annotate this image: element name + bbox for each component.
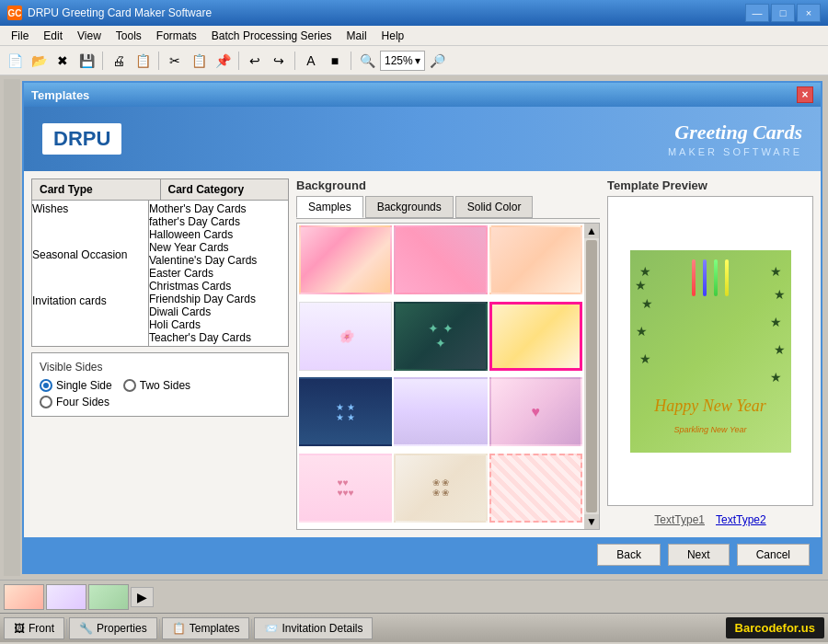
type-invitation[interactable]: Invitation cards: [32, 294, 148, 340]
vs-single[interactable]: Single Side: [40, 379, 112, 392]
title-bar-left: GC DRPU Greeting Card Maker Software: [7, 6, 212, 20]
bg-thumb-9[interactable]: ♥: [489, 377, 582, 446]
radio-four[interactable]: [40, 396, 52, 408]
cat-valentine[interactable]: Valentine's Day Cards: [149, 254, 288, 267]
back-button[interactable]: Back: [597, 544, 661, 566]
bg-thumb-3[interactable]: [489, 225, 582, 294]
next-button[interactable]: Next: [668, 544, 730, 566]
front-icon: 🖼: [14, 622, 25, 635]
maximize-button[interactable]: □: [771, 4, 795, 22]
tab-backgrounds[interactable]: Backgrounds: [365, 196, 454, 218]
bg-thumb-6[interactable]: [489, 302, 582, 371]
bg-scroll-up[interactable]: ▲: [584, 224, 599, 238]
thumb-mini-3[interactable]: [88, 584, 129, 610]
toolbar-save[interactable]: 💾: [75, 50, 98, 72]
toolbar-undo[interactable]: ↩: [244, 50, 266, 72]
thumb-5-text: ✦ ✦✦: [428, 321, 454, 351]
zoom-value: 125%: [385, 54, 413, 67]
bg-thumb-8[interactable]: [394, 377, 487, 446]
text-type-2[interactable]: TextType2: [716, 513, 766, 526]
dialog-header: DRPU Greeting Cards MAKER SOFTWARE: [24, 107, 821, 171]
type-wishes[interactable]: Wishes: [32, 202, 148, 248]
thumb-7-text: ★ ★★ ★: [336, 402, 355, 422]
properties-icon: 🔧: [79, 622, 93, 635]
toolbar-text[interactable]: A: [300, 50, 322, 72]
dialog-footer: Back Next Cancel: [24, 537, 821, 572]
zoom-box[interactable]: 125% ▾: [380, 51, 425, 71]
zoom-dropdown-icon[interactable]: ▾: [415, 54, 420, 67]
toolbar-cut[interactable]: ✂: [164, 50, 186, 72]
drpu-logo: DRPU: [42, 123, 121, 155]
vs-two[interactable]: Two Sides: [123, 379, 190, 392]
toolbar-copy[interactable]: 📋: [188, 50, 210, 72]
toolbar-print[interactable]: 🖨: [108, 50, 130, 72]
ribbon-4: [725, 259, 729, 296]
bg-thumb-10[interactable]: ♥♥♥♥♥: [299, 454, 392, 523]
dialog-close-button[interactable]: ×: [797, 86, 813, 103]
cat-friendship[interactable]: Friendship Day Cards: [149, 293, 288, 305]
cat-teachers[interactable]: Teacher's Day Cards: [149, 331, 288, 344]
bg-thumb-4[interactable]: 🌸: [299, 302, 392, 371]
thumb-mini-1[interactable]: [4, 584, 44, 610]
thumb-nav-right[interactable]: ▶: [131, 587, 154, 607]
cat-easter[interactable]: Easter Cards: [149, 267, 288, 280]
radio-two[interactable]: [123, 379, 136, 392]
cat-holi[interactable]: Holi Cards: [149, 318, 288, 331]
minimize-button[interactable]: —: [745, 4, 769, 22]
vs-four[interactable]: Four Sides: [40, 396, 109, 408]
text-type-1[interactable]: TextType1: [654, 513, 705, 526]
ribbon-1: [692, 259, 696, 296]
radio-single[interactable]: [40, 379, 52, 392]
menu-tools[interactable]: Tools: [109, 28, 149, 44]
menu-batch[interactable]: Batch Processing Series: [204, 28, 339, 44]
task-sep-3: [251, 619, 252, 638]
bg-thumb-11[interactable]: ❀ ❀❀ ❀: [394, 454, 487, 523]
toolbar-zoom-in[interactable]: 🔍: [356, 50, 378, 72]
close-button[interactable]: ×: [797, 4, 821, 22]
thumb-mini-2[interactable]: [46, 584, 86, 610]
bg-thumb-2[interactable]: [394, 225, 487, 294]
menu-mail[interactable]: Mail: [339, 28, 374, 44]
menu-file[interactable]: File: [4, 28, 36, 44]
tab-solidcolor[interactable]: Solid Color: [455, 196, 534, 218]
bg-thumb-7[interactable]: ★ ★★ ★: [299, 377, 392, 446]
bg-scroll-thumb[interactable]: [586, 240, 597, 512]
toolbar-new[interactable]: 📄: [4, 50, 26, 72]
cat-fathers[interactable]: father's Day Cards: [149, 215, 288, 228]
cat-halloween[interactable]: Halloween Cards: [149, 228, 288, 241]
toolbar-shape[interactable]: ■: [324, 50, 346, 72]
task-templates[interactable]: 📋 Templates: [162, 617, 250, 639]
task-invitation[interactable]: 📨 Invitation Details: [254, 617, 373, 639]
toolbar-zoom-out[interactable]: 🔎: [427, 50, 449, 72]
ribbon-2: [703, 259, 707, 296]
bg-thumb-1[interactable]: [299, 225, 392, 294]
task-properties[interactable]: 🔧 Properties: [69, 617, 157, 639]
content-area: Templates × DRPU Greeting Cards MAKER SO…: [0, 75, 828, 580]
bg-scrollbar: ▲ ▼: [584, 224, 599, 529]
toolbar-print2[interactable]: 📋: [132, 50, 154, 72]
cancel-button[interactable]: Cancel: [737, 544, 810, 566]
cat-mothers[interactable]: Mother's Day Cards: [149, 202, 288, 215]
toolbar-redo[interactable]: ↪: [268, 50, 290, 72]
thumb-row: ▶: [0, 580, 828, 613]
cat-diwali[interactable]: Diwali Cards: [149, 305, 288, 318]
title-bar-controls: — □ ×: [745, 4, 821, 22]
task-front[interactable]: 🖼 Front: [4, 617, 64, 639]
toolbar: 📄 📂 ✖ 💾 🖨 📋 ✂ 📋 📌 ↩ ↪ A ■ 🔍 125% ▾ 🔎: [0, 46, 828, 75]
bg-thumb-5[interactable]: ✦ ✦✦: [394, 302, 487, 371]
bg-thumb-12[interactable]: [489, 454, 582, 523]
menu-help[interactable]: Help: [374, 28, 412, 44]
star-3: ★: [641, 296, 653, 311]
toolbar-open[interactable]: 📂: [28, 50, 50, 72]
menu-view[interactable]: View: [70, 28, 109, 44]
bg-scroll-down[interactable]: ▼: [584, 514, 599, 529]
tab-samples[interactable]: Samples: [296, 196, 363, 218]
type-seasonal[interactable]: Seasonal Occasion: [32, 248, 148, 294]
menu-edit[interactable]: Edit: [36, 28, 70, 44]
cat-newyear[interactable]: New Year Cards: [149, 241, 288, 254]
toolbar-close[interactable]: ✖: [52, 50, 74, 72]
toolbar-paste[interactable]: 📌: [212, 50, 234, 72]
col-categories: Mother's Day Cards father's Day Cards Ha…: [149, 201, 288, 346]
menu-formats[interactable]: Formats: [149, 28, 204, 44]
cat-christmas[interactable]: Christmas Cards: [149, 280, 288, 293]
